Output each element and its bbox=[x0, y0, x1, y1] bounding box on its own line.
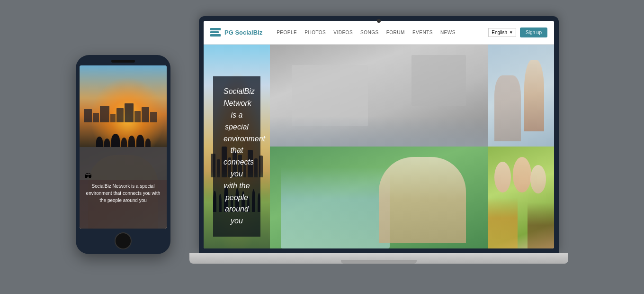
laptop-mockup: PG SocialBiz PEOPLE PHOTOS VIDEOS SONGS … bbox=[189, 16, 568, 264]
phone-screen: 🕶 SocialBiz Network is a special environ… bbox=[80, 65, 167, 229]
logo-text: PG SocialBiz bbox=[224, 29, 262, 36]
hero-text: SocialBiz Network is a special environme… bbox=[224, 86, 250, 227]
logo-icon bbox=[210, 28, 222, 37]
grid-cell-bottom-left bbox=[270, 147, 488, 248]
grid-cell-center: SocialBiz Network is a special environme… bbox=[204, 45, 270, 248]
nav-links: PEOPLE PHOTOS VIDEOS SONGS FORUM EVENTS … bbox=[277, 30, 483, 35]
center-overlay: SocialBiz Network is a special environme… bbox=[213, 76, 260, 237]
signup-button[interactable]: Sign up bbox=[520, 28, 547, 37]
phone-speaker bbox=[111, 60, 135, 63]
scene: 🕶 SocialBiz Network is a special environ… bbox=[76, 16, 568, 278]
laptop-screen: PG SocialBiz PEOPLE PHOTOS VIDEOS SONGS … bbox=[204, 21, 554, 248]
language-selector[interactable]: English ▼ bbox=[488, 28, 516, 37]
nav-photos[interactable]: PHOTOS bbox=[304, 30, 326, 35]
chevron-down-icon: ▼ bbox=[509, 30, 513, 35]
nav-news[interactable]: NEWS bbox=[440, 30, 456, 35]
photo-grid: SocialBiz Network is a special environme… bbox=[204, 45, 554, 248]
logo-area: PG SocialBiz bbox=[210, 28, 262, 37]
grid-cell-top-left bbox=[270, 45, 488, 147]
grid-cell-bottom-center bbox=[488, 147, 554, 248]
nav-forum[interactable]: FORUM bbox=[386, 30, 405, 35]
phone-overlay-text: SocialBiz Network is a special environme… bbox=[84, 183, 162, 204]
phone-mockup: 🕶 SocialBiz Network is a special environ… bbox=[76, 55, 170, 254]
nav-people[interactable]: PEOPLE bbox=[277, 30, 297, 35]
nav-songs[interactable]: SONGS bbox=[360, 30, 379, 35]
laptop-base bbox=[189, 253, 568, 264]
glasses-icon: 🕶 bbox=[84, 172, 162, 181]
laptop-lid: PG SocialBiz PEOPLE PHOTOS VIDEOS SONGS … bbox=[199, 16, 559, 253]
website-header: PG SocialBiz PEOPLE PHOTOS VIDEOS SONGS … bbox=[204, 21, 554, 45]
grid-cell-top-right bbox=[488, 45, 554, 147]
phone-home-button[interactable] bbox=[115, 232, 132, 249]
nav-videos[interactable]: VIDEOS bbox=[333, 30, 353, 35]
nav-events[interactable]: EVENTS bbox=[412, 30, 433, 35]
phone-overlay: 🕶 SocialBiz Network is a special environ… bbox=[80, 147, 167, 229]
header-right: English ▼ Sign up bbox=[488, 28, 547, 37]
lang-label: English bbox=[492, 30, 507, 35]
